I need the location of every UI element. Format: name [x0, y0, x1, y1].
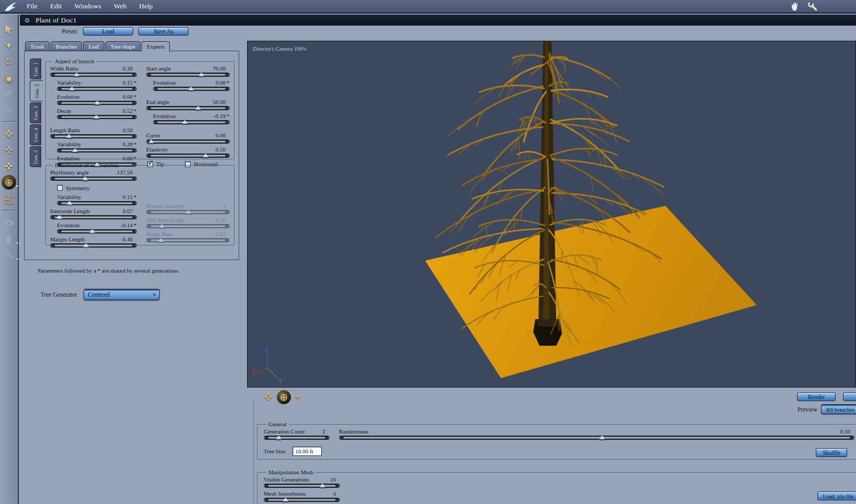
slider-thumb[interactable]	[94, 100, 101, 106]
slider-track[interactable]	[146, 224, 230, 228]
gen-tab-gen-1[interactable]: Gen. 1	[30, 58, 41, 79]
slider-track[interactable]	[57, 101, 137, 105]
menu-web[interactable]: Web	[114, 2, 126, 10]
param-label: Internode Length	[50, 208, 90, 214]
scale-sphere-icon[interactable]: ◉	[1, 69, 17, 86]
translate-manipulator-icon[interactable]: ✥	[264, 392, 273, 403]
menu-help[interactable]: Help	[139, 2, 153, 10]
save-preset-button[interactable]: Save As	[138, 27, 189, 36]
load-pla-file-button[interactable]: Load .pla file	[817, 491, 856, 500]
move-star-icon[interactable]: ✦	[1, 37, 17, 53]
hand-tool-icon[interactable]: ▸	[1, 230, 17, 247]
slider-track[interactable]	[264, 484, 340, 488]
slider-thumb[interactable]	[202, 153, 209, 158]
menu-file[interactable]: File	[27, 2, 38, 10]
tab-leaf[interactable]: Leaf	[83, 41, 104, 51]
slider-track[interactable]	[146, 154, 230, 158]
slider-thumb[interactable]	[181, 120, 188, 125]
slider-thumb[interactable]	[89, 229, 96, 234]
slider-track[interactable]	[339, 436, 854, 440]
slider-track[interactable]	[57, 229, 137, 233]
universal-manipulator-icon[interactable]: ⊕	[277, 390, 291, 404]
slider-track[interactable]	[50, 73, 137, 77]
camera-tool-icon[interactable]	[1, 214, 17, 230]
zoom-tool-icon[interactable]: ▸	[1, 247, 17, 263]
slider-thumb[interactable]	[68, 86, 75, 91]
slider-track[interactable]	[50, 177, 137, 181]
viewport-3d[interactable]: Director's Camera 100% Z X Y	[247, 41, 856, 388]
slider-thumb[interactable]	[282, 497, 289, 502]
slider-thumb[interactable]	[198, 72, 205, 77]
slider-track[interactable]	[146, 139, 230, 144]
collapse-dot-icon[interactable]	[25, 18, 29, 22]
slider-track[interactable]	[50, 215, 137, 219]
hand-icon[interactable]	[789, 1, 801, 11]
slider-thumb[interactable]	[56, 215, 63, 220]
load-preset-button[interactable]: Load	[83, 27, 133, 36]
slider-thumb[interactable]	[83, 243, 89, 248]
slider-thumb[interactable]	[82, 176, 89, 181]
slider-track[interactable]	[153, 120, 230, 124]
tab-branches[interactable]: Branches	[51, 41, 83, 51]
room-view-icon[interactable]: ◰	[1, 191, 17, 207]
checkbox-symmetry[interactable]: Symmetry	[57, 185, 90, 191]
wrench-icon[interactable]	[807, 1, 818, 11]
gen-tab-gen-3[interactable]: Gen. 3	[30, 102, 41, 123]
menu-windows[interactable]: Windows	[75, 2, 101, 10]
slider-thumb[interactable]	[148, 139, 155, 144]
slider-track[interactable]	[50, 243, 137, 248]
tab-trunk[interactable]: Trunk	[25, 41, 50, 51]
tree-preview-render	[248, 41, 856, 388]
slider-track[interactable]	[146, 210, 230, 214]
tree-size-input[interactable]	[292, 447, 322, 456]
reset-button[interactable]: Reset	[843, 392, 856, 401]
checkbox-box[interactable]	[57, 185, 63, 191]
tab-experts[interactable]: Experts	[142, 41, 170, 52]
slider-track[interactable]	[57, 115, 137, 119]
slider-thumb[interactable]	[73, 72, 80, 77]
slider-thumb[interactable]	[158, 224, 165, 229]
slider-track[interactable]	[146, 238, 230, 242]
slider-track[interactable]	[50, 134, 137, 138]
tab-tree-shape[interactable]: Tree shape	[105, 41, 141, 51]
slider-track[interactable]	[146, 73, 230, 77]
slider-thumb[interactable]	[158, 238, 165, 243]
menu-edit[interactable]: Edit	[50, 2, 62, 10]
preview-select[interactable]: All branches »	[821, 404, 856, 414]
slider-track[interactable]	[264, 498, 340, 502]
slider-track[interactable]	[57, 87, 137, 91]
slider-thumb[interactable]	[599, 435, 605, 440]
slider-thumb[interactable]	[275, 435, 282, 440]
gen-tab-gen-5[interactable]: Gen. 5	[30, 146, 41, 167]
gen-tab-gen-4[interactable]: Gen. 4	[30, 124, 41, 145]
generation-tabs: Gen. 1Gen. 2Gen. 3Gen. 4Gen. 5	[30, 58, 43, 167]
orbit-camera-icon[interactable]: ✜	[1, 158, 17, 174]
select-arrow-icon[interactable]	[1, 21, 17, 37]
slider-thumb[interactable]	[65, 134, 72, 139]
slider-track[interactable]	[57, 201, 137, 205]
tree-generator-select[interactable]: Centered »	[84, 289, 160, 300]
slider-thumb[interactable]	[66, 201, 73, 206]
scale-manipulator-icon[interactable]: ✦	[295, 393, 301, 401]
dolly-camera-icon[interactable]: ✛	[1, 142, 17, 158]
slider-thumb[interactable]	[93, 114, 100, 120]
slider-track[interactable]	[153, 87, 230, 91]
slider-track[interactable]	[57, 148, 137, 153]
param-side-branch-qty: Side Branch Qty0.15	[146, 217, 230, 228]
slider-track[interactable]	[146, 106, 230, 110]
current-tool-icon[interactable]: ⊕▸	[2, 175, 16, 190]
menu-items: FileEditWindowsWebHelp	[27, 2, 153, 10]
pan-camera-icon[interactable]: ✥	[1, 125, 17, 142]
slider-thumb[interactable]	[72, 148, 78, 153]
slider-thumb[interactable]	[185, 209, 192, 215]
slider-track[interactable]	[264, 436, 330, 440]
link-tool-icon[interactable]: ∞	[1, 102, 17, 118]
gen-tab-gen-2[interactable]: Gen. 2	[30, 80, 43, 101]
slider-thumb[interactable]	[195, 106, 202, 111]
render-button[interactable]: Render	[797, 392, 836, 401]
shuffle-button[interactable]: Shuffle	[816, 448, 847, 457]
rotate-tool-icon[interactable]: ↻	[1, 53, 17, 69]
needle-tool-icon[interactable]: ✐	[1, 86, 17, 102]
slider-thumb[interactable]	[187, 86, 194, 91]
slider-thumb[interactable]	[319, 483, 326, 488]
